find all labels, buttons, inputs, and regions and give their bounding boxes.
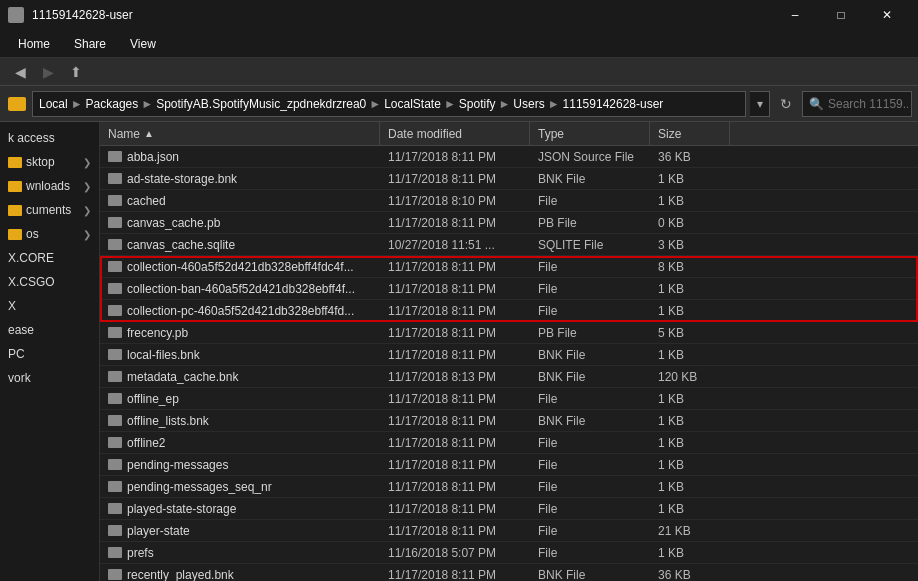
sidebar-label: k access [8,131,55,145]
file-icon [108,195,122,206]
file-date: 11/17/2018 8:11 PM [380,498,530,519]
file-type: File [530,454,650,475]
col-header-size[interactable]: Size [650,122,730,145]
file-date: 11/17/2018 8:11 PM [380,300,530,321]
file-date: 11/17/2018 8:11 PM [380,168,530,189]
back-button[interactable]: ◀ [8,60,32,84]
sidebar-item-x[interactable]: X [0,294,99,318]
sidebar-item-xcsgo[interactable]: X.CSGO [0,270,99,294]
window-title: 11159142628-user [32,8,133,22]
file-size: 1 KB [650,300,730,321]
file-type: BNK File [530,564,650,581]
table-row[interactable]: offline_lists.bnk11/17/2018 8:11 PMBNK F… [100,410,918,432]
file-column-headers: Name ▲ Date modified Type Size [100,122,918,146]
sidebar-item-pc[interactable]: PC [0,342,99,366]
maximize-button[interactable]: □ [818,0,864,30]
address-dropdown[interactable]: ▾ [750,91,770,117]
sidebar-item-quickaccess[interactable]: k access [0,126,99,150]
file-icon [108,415,122,426]
sidebar-label: wnloads [26,179,70,193]
table-row[interactable]: offline_ep11/17/2018 8:11 PMFile1 KB [100,388,918,410]
col-header-date[interactable]: Date modified [380,122,530,145]
table-row[interactable]: prefs11/16/2018 5:07 PMFile1 KB [100,542,918,564]
file-date: 11/17/2018 8:11 PM [380,564,530,581]
table-row[interactable]: collection-pc-460a5f52d421db328ebff4fd..… [100,300,918,322]
file-icon [108,481,122,492]
file-size: 1 KB [650,388,730,409]
sidebar: k access sktop ❯ wnloads ❯ cuments ❯ os … [0,122,100,581]
search-input[interactable] [828,97,908,111]
table-row[interactable]: offline211/17/2018 8:11 PMFile1 KB [100,432,918,454]
breadcrumb-localstate[interactable]: LocalState [384,97,441,111]
breadcrumb-spotifyab[interactable]: SpotifyAB.SpotifyMusic_zpdnekdrzrea0 [156,97,366,111]
sidebar-item-documents[interactable]: cuments ❯ [0,198,99,222]
breadcrumb-local[interactable]: Local [39,97,68,111]
table-row[interactable]: local-files.bnk11/17/2018 8:11 PMBNK Fil… [100,344,918,366]
folder-icon [8,205,22,216]
file-type: File [530,498,650,519]
file-icon [108,569,122,580]
file-type: File [530,542,650,563]
file-size: 1 KB [650,278,730,299]
breadcrumb-user[interactable]: 11159142628-user [563,97,664,111]
expand-arrow: ❯ [83,157,91,168]
table-row[interactable]: recently_played.bnk11/17/2018 8:11 PMBNK… [100,564,918,581]
sidebar-label: X.CSGO [8,275,55,289]
file-icon [108,349,122,360]
table-row[interactable]: collection-ban-460a5f52d421db328ebff4f..… [100,278,918,300]
sidebar-item-photos[interactable]: os ❯ [0,222,99,246]
file-name: played-state-storage [127,502,236,516]
sidebar-item-downloads[interactable]: wnloads ❯ [0,174,99,198]
col-header-name[interactable]: Name ▲ [100,122,380,145]
minimize-button[interactable]: – [772,0,818,30]
forward-button[interactable]: ▶ [36,60,60,84]
table-row[interactable]: player-state11/17/2018 8:11 PMFile21 KB [100,520,918,542]
file-type: BNK File [530,366,650,387]
file-icon [108,151,122,162]
file-name: local-files.bnk [127,348,200,362]
file-name: abba.json [127,150,179,164]
file-area: Name ▲ Date modified Type Size abba.json… [100,122,918,581]
file-icon [108,261,122,272]
table-row[interactable]: cached11/17/2018 8:10 PMFile1 KB [100,190,918,212]
breadcrumb-path[interactable]: Local ► Packages ► SpotifyAB.SpotifyMusi… [32,91,746,117]
table-row[interactable]: frecency.pb11/17/2018 8:11 PMPB File5 KB [100,322,918,344]
file-date: 11/17/2018 8:11 PM [380,410,530,431]
table-row[interactable]: pending-messages_seq_nr11/17/2018 8:11 P… [100,476,918,498]
breadcrumb-packages[interactable]: Packages [86,97,139,111]
close-button[interactable]: ✕ [864,0,910,30]
breadcrumb-users[interactable]: Users [513,97,544,111]
file-size: 3 KB [650,234,730,255]
table-row[interactable]: abba.json11/17/2018 8:11 PMJSON Source F… [100,146,918,168]
table-row[interactable]: canvas_cache.sqlite10/27/2018 11:51 ...S… [100,234,918,256]
file-date: 11/17/2018 8:11 PM [380,256,530,277]
breadcrumb-spotify[interactable]: Spotify [459,97,496,111]
search-box[interactable]: 🔍 [802,91,912,117]
table-row[interactable]: pending-messages11/17/2018 8:11 PMFile1 … [100,454,918,476]
file-icon [108,371,122,382]
table-row[interactable]: collection-460a5f52d421db328ebff4fdc4f..… [100,256,918,278]
table-row[interactable]: metadata_cache.bnk11/17/2018 8:13 PMBNK … [100,366,918,388]
folder-icon [8,157,22,168]
file-name: ad-state-storage.bnk [127,172,237,186]
menu-view[interactable]: View [120,33,166,55]
sidebar-item-ease[interactable]: ease [0,318,99,342]
menu-home[interactable]: Home [8,33,60,55]
sidebar-item-xcore[interactable]: X.CORE [0,246,99,270]
file-size: 5 KB [650,322,730,343]
file-type: File [530,300,650,321]
up-button[interactable]: ⬆ [64,60,88,84]
table-row[interactable]: played-state-storage11/17/2018 8:11 PMFi… [100,498,918,520]
file-date: 11/17/2018 8:13 PM [380,366,530,387]
file-size: 1 KB [650,168,730,189]
col-header-type[interactable]: Type [530,122,650,145]
sidebar-item-network[interactable]: vork [0,366,99,390]
menu-share[interactable]: Share [64,33,116,55]
table-row[interactable]: canvas_cache.pb11/17/2018 8:11 PMPB File… [100,212,918,234]
refresh-button[interactable]: ↻ [774,92,798,116]
sidebar-item-desktop[interactable]: sktop ❯ [0,150,99,174]
file-name: pending-messages_seq_nr [127,480,272,494]
table-row[interactable]: ad-state-storage.bnk11/17/2018 8:11 PMBN… [100,168,918,190]
file-size: 1 KB [650,190,730,211]
sidebar-label: X.CORE [8,251,54,265]
